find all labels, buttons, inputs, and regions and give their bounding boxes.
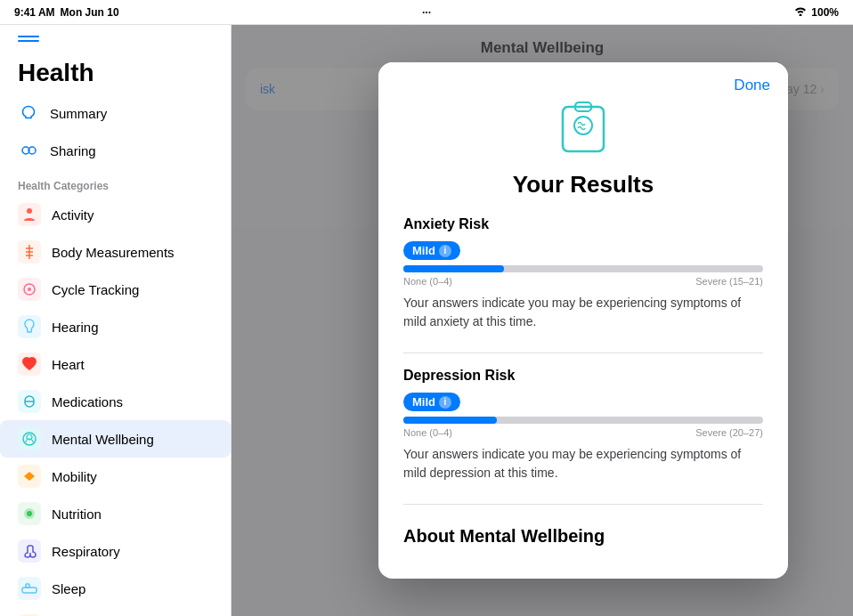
about-title: About Mental Wellbeing: [403, 526, 763, 547]
battery-indicator: 100%: [811, 6, 839, 19]
heart-icon: [18, 353, 41, 376]
body-measurements-icon: [18, 240, 41, 263]
modal-top-bar: Done: [378, 62, 788, 94]
activity-icon: [18, 203, 41, 226]
depression-bar-labels: None (0–4) Severe (20–27): [403, 427, 763, 438]
body-measurements-label: Body Measurements: [52, 245, 175, 260]
status-date: Mon Jun 10: [61, 6, 119, 19]
svg-rect-16: [26, 584, 29, 588]
sharing-icon: [18, 140, 39, 161]
modal-title: Your Results: [403, 171, 763, 199]
app-title: Health: [0, 59, 231, 94]
results-modal: Done Your: [378, 62, 788, 579]
summary-icon: [18, 102, 39, 124]
app-container: Health Summary Sharing Health Categories…: [0, 25, 853, 616]
mental-wellbeing-label: Mental Wellbeing: [52, 432, 154, 447]
nutrition-label: Nutrition: [52, 507, 102, 522]
anxiety-risk-title: Anxiety Risk: [403, 216, 763, 232]
main-content: Mental Wellbeing isk May 12 › Done: [232, 25, 853, 616]
sidebar-toggle-button[interactable]: [18, 36, 39, 52]
activity-label: Activity: [52, 207, 94, 223]
cycle-tracking-label: Cycle Tracking: [52, 282, 139, 297]
sidebar-item-medications[interactable]: Medications: [0, 383, 231, 420]
anxiety-label-left: None (0–4): [403, 276, 452, 287]
sidebar-item-summary[interactable]: Summary: [0, 94, 231, 132]
anxiety-bar-fill: [403, 265, 504, 272]
risk-divider: [403, 353, 763, 353]
sidebar-item-mental-wellbeing[interactable]: Mental Wellbeing: [0, 420, 231, 458]
depression-bar-container: [403, 417, 763, 424]
sidebar-item-cycle-tracking[interactable]: Cycle Tracking: [0, 271, 231, 308]
health-categories-label: Health Categories: [0, 169, 231, 196]
depression-risk-section: Depression Risk Mild i None (0–4) Severe…: [403, 368, 763, 482]
mental-wellbeing-icon: [18, 427, 41, 450]
anxiety-description: Your answers indicate you may be experie…: [403, 294, 763, 331]
sidebar-item-hearing[interactable]: Hearing: [0, 308, 231, 345]
hearing-icon: [18, 315, 41, 338]
sidebar-item-heart[interactable]: Heart: [0, 345, 231, 383]
depression-description: Your answers indicate you may be experie…: [403, 445, 763, 482]
sidebar-header: [0, 25, 231, 59]
cycle-tracking-icon: [18, 278, 41, 301]
sidebar-item-symptoms[interactable]: Symptoms: [0, 607, 231, 616]
status-time: 9:41 AM: [14, 6, 55, 19]
sidebar-item-sleep[interactable]: Sleep: [0, 570, 231, 607]
modal-icon-container: [552, 94, 614, 157]
svg-point-14: [27, 511, 32, 516]
status-bar-left: 9:41 AM Mon Jun 10: [14, 6, 119, 19]
sharing-label: Sharing: [50, 143, 96, 158]
about-divider: [403, 504, 763, 505]
depression-label-right: Severe (20–27): [695, 427, 763, 438]
respiratory-label: Respiratory: [52, 544, 120, 559]
mental-wellbeing-result-icon: [552, 94, 614, 157]
anxiety-bar-container: [403, 265, 763, 272]
sidebar-item-mobility[interactable]: Mobility: [0, 458, 231, 495]
mobility-icon: [18, 465, 41, 488]
respiratory-icon: [18, 539, 41, 563]
sleep-icon: [18, 577, 41, 600]
depression-risk-title: Depression Risk: [403, 368, 763, 384]
sidebar-item-body-measurements[interactable]: Body Measurements: [0, 233, 231, 271]
nutrition-icon: [18, 502, 41, 525]
anxiety-info-icon[interactable]: i: [439, 245, 451, 257]
about-section: About Mental Wellbeing: [403, 519, 763, 547]
hearing-label: Hearing: [52, 320, 99, 335]
sidebar-item-sharing[interactable]: Sharing: [0, 132, 231, 169]
sidebar-item-nutrition[interactable]: Nutrition: [0, 495, 231, 532]
sidebar-item-respiratory[interactable]: Respiratory: [0, 532, 231, 570]
summary-label: Summary: [50, 106, 107, 121]
medications-icon: [18, 390, 41, 413]
svg-rect-15: [22, 588, 37, 593]
anxiety-risk-section: Anxiety Risk Mild i None (0–4) Severe (1…: [403, 216, 763, 331]
depression-mild-badge: Mild i: [403, 393, 460, 411]
medications-label: Medications: [52, 394, 123, 409]
depression-label-left: None (0–4): [403, 427, 452, 438]
status-bar: 9:41 AM Mon Jun 10 ··· 100%: [0, 0, 853, 25]
sidebar: Health Summary Sharing Health Categories…: [0, 25, 232, 616]
anxiety-bar-labels: None (0–4) Severe (15–21): [403, 276, 763, 287]
status-dots: ···: [422, 6, 431, 19]
depression-bar-fill: [403, 417, 497, 424]
mobility-label: Mobility: [52, 469, 97, 484]
done-button[interactable]: Done: [734, 77, 770, 94]
wifi-icon: [793, 5, 808, 19]
svg-point-2: [27, 208, 32, 214]
sidebar-item-activity[interactable]: Activity: [0, 196, 231, 233]
svg-point-8: [28, 288, 31, 291]
anxiety-label-right: Severe (15–21): [695, 276, 763, 287]
heart-label: Heart: [52, 357, 85, 372]
sleep-label: Sleep: [52, 581, 85, 596]
status-bar-right: 100%: [793, 5, 839, 19]
modal-body: Your Results Anxiety Risk Mild i None (0…: [378, 94, 788, 579]
anxiety-mild-badge: Mild i: [403, 241, 460, 260]
depression-info-icon[interactable]: i: [439, 396, 451, 409]
